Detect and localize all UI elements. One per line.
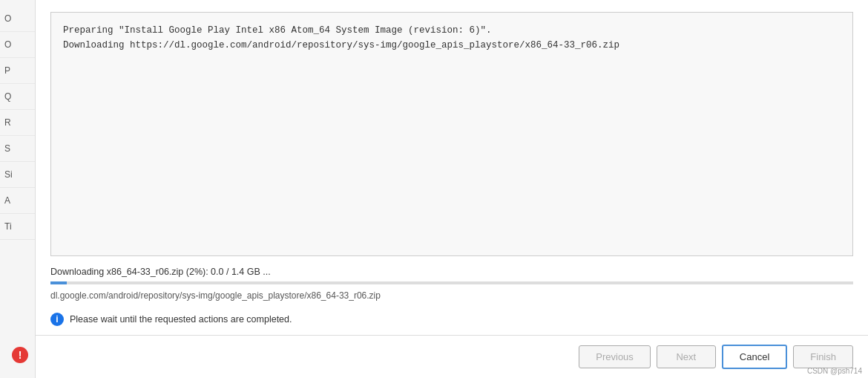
log-output: Preparing "Install Google Play Intel x86… <box>50 12 853 256</box>
info-row: i Please wait until the requested action… <box>50 307 853 335</box>
next-button[interactable]: Next <box>657 345 716 368</box>
sidebar-item-2: O <box>0 32 35 58</box>
sidebar-item-7: Si <box>0 162 35 188</box>
log-line-1: Preparing "Install Google Play Intel x86… <box>63 23 841 38</box>
log-line-2: Downloading https://dl.google.com/androi… <box>63 38 841 53</box>
progress-bar-fill <box>50 281 67 284</box>
sidebar-item-5: R <box>0 110 35 136</box>
url-status-text: dl.google.com/android/repository/sys-img… <box>50 289 853 307</box>
cancel-button[interactable]: Cancel <box>722 345 787 369</box>
info-message: Please wait until the requested actions … <box>70 314 292 325</box>
sidebar-item-3: P <box>0 58 35 84</box>
sidebar: O O P Q R S Si A Ti <box>0 0 36 378</box>
progress-bar-container <box>50 281 853 284</box>
info-icon: i <box>50 313 64 326</box>
status-area: Downloading x86_64-33_r06.zip (2%): 0.0 … <box>36 256 868 335</box>
main-content: Preparing "Install Google Play Intel x86… <box>36 0 868 378</box>
download-status-text: Downloading x86_64-33_r06.zip (2%): 0.0 … <box>50 262 853 280</box>
finish-button[interactable]: Finish <box>793 345 853 368</box>
sidebar-item-8: A <box>0 188 35 214</box>
watermark: CSDN @psh714 <box>807 367 862 375</box>
footer-buttons: Previous Next Cancel Finish <box>36 336 868 378</box>
sidebar-item-4: Q <box>0 84 35 110</box>
sidebar-item-6: S <box>0 136 35 162</box>
previous-button[interactable]: Previous <box>579 345 651 368</box>
error-icon: ! <box>12 347 28 363</box>
sidebar-item-1: O <box>0 6 35 32</box>
sidebar-item-9: Ti <box>0 214 35 240</box>
